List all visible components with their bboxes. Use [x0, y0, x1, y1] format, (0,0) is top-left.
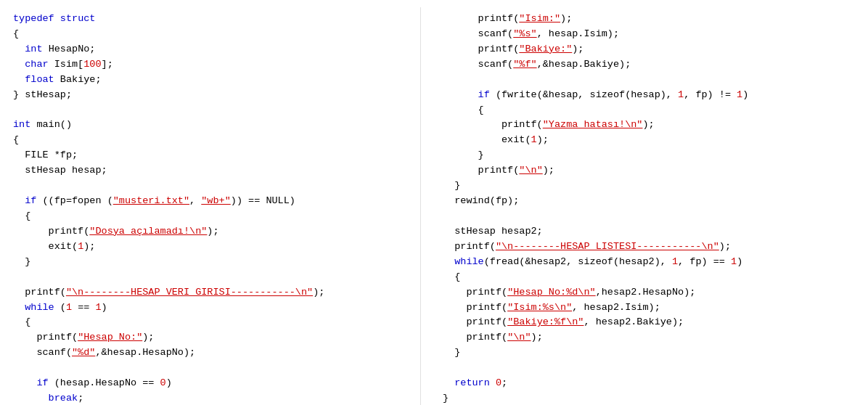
right-column: printf("Isim:"); scanf("%s", hesap.Isim)… — [421, 7, 868, 405]
code-container: typedef struct { int HesapNo; char Isim[… — [0, 0, 868, 405]
left-code: typedef struct { int HesapNo; char Isim[… — [13, 12, 413, 405]
left-column: typedef struct { int HesapNo; char Isim[… — [0, 7, 421, 405]
right-code: printf("Isim:"); scanf("%s", hesap.Isim)… — [443, 12, 861, 405]
